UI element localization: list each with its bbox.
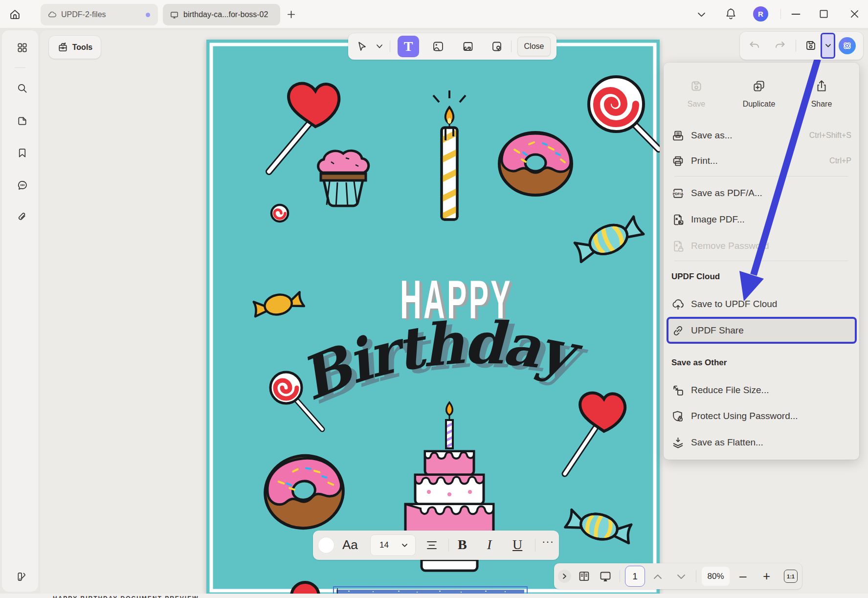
- font-style-button[interactable]: Aa: [342, 537, 358, 553]
- menu-item-label: Save as PDF/A...: [691, 188, 762, 199]
- save-dropdown-button[interactable]: [821, 33, 835, 59]
- tab-birthday-card[interactable]: birthday-ca...for-boss-02: [163, 4, 280, 25]
- grid-menu-icon[interactable]: [17, 42, 28, 53]
- align-icon[interactable]: [425, 539, 438, 551]
- attachment-icon[interactable]: [17, 211, 28, 222]
- cloud-icon: [47, 10, 57, 20]
- new-tab-icon[interactable]: [287, 10, 296, 19]
- menu-item-remove-password[interactable]: Remove Password: [671, 233, 851, 259]
- menu-share-button[interactable]: Share: [795, 79, 848, 109]
- menu-duplicate-label: Duplicate: [743, 100, 776, 109]
- page-navigation-bar: 1 80% – + 1:1: [554, 563, 802, 589]
- menu-item-save-to-updf-cloud[interactable]: Save to UPDF Cloud: [671, 291, 851, 317]
- menu-item-save-as[interactable]: Save as... Ctrl+Shift+S: [671, 123, 851, 148]
- shield-lock-icon: [671, 410, 685, 423]
- chevron-down-icon[interactable]: [697, 12, 706, 18]
- tab-bar: UPDF-2-files birthday-ca...for-boss-02 R: [0, 0, 868, 28]
- underline-button[interactable]: U: [512, 537, 522, 553]
- zoom-in-button[interactable]: +: [763, 569, 770, 584]
- more-options-button[interactable]: ···: [542, 535, 554, 548]
- reduce-file-size-icon: [671, 384, 685, 397]
- swatches-icon[interactable]: [17, 571, 28, 582]
- location-tool-icon[interactable]: [490, 40, 503, 53]
- cloud-upload-icon: [671, 298, 685, 311]
- menu-item-label: Save to UPDF Cloud: [691, 299, 777, 310]
- avatar-initial: R: [758, 10, 763, 18]
- divider: [535, 539, 535, 552]
- menu-item-reduce-file-size[interactable]: Reduce File Size...: [671, 377, 851, 403]
- redo-icon[interactable]: [774, 41, 786, 51]
- menu-item-image-pdf[interactable]: Image PDF...: [671, 207, 851, 232]
- actual-size-button[interactable]: 1:1: [784, 570, 798, 583]
- zoom-value: 80%: [707, 572, 724, 581]
- monitor-icon: [170, 10, 179, 20]
- font-size-chevron-icon: [401, 543, 408, 548]
- donut-illustration: [499, 133, 572, 195]
- close-window-icon[interactable]: [850, 9, 859, 19]
- divider: [696, 570, 696, 582]
- divider: [620, 570, 620, 582]
- divider: [15, 67, 25, 68]
- menu-item-label: Save as...: [691, 130, 733, 141]
- divider: [448, 539, 449, 552]
- close-label: Close: [524, 42, 544, 51]
- menu-save-button[interactable]: Save: [669, 79, 723, 109]
- save-toolbar: [740, 32, 863, 60]
- minimize-icon[interactable]: [791, 13, 801, 15]
- pdf-page[interactable]: HAPPY HAPPY Birthday Birthday: [206, 40, 660, 596]
- menu-item-print[interactable]: Print... Ctrl+P: [671, 148, 851, 174]
- menu-item-save-as-pdfa[interactable]: PDF/A Save as PDF/A...: [671, 180, 851, 206]
- menu-section-updf-cloud: UPDF Cloud: [671, 268, 720, 286]
- search-icon[interactable]: [17, 83, 28, 94]
- next-page-icon[interactable]: [677, 574, 686, 579]
- notification-bell-icon[interactable]: [725, 8, 736, 20]
- expand-button[interactable]: [558, 570, 571, 583]
- italic-button[interactable]: I: [487, 537, 491, 553]
- home-icon[interactable]: [9, 8, 21, 21]
- tools-button[interactable]: Tools: [49, 36, 101, 59]
- slideshow-icon[interactable]: [599, 570, 612, 582]
- print-icon: [671, 155, 685, 168]
- page-number-input[interactable]: 1: [625, 566, 645, 587]
- divider: [511, 41, 512, 52]
- image-pdf-icon: [671, 213, 685, 226]
- font-size-select[interactable]: 14: [370, 534, 416, 556]
- reading-mode-icon[interactable]: [578, 570, 590, 582]
- avatar[interactable]: R: [753, 6, 768, 22]
- text-tool-button[interactable]: T: [398, 36, 419, 57]
- zoom-out-button[interactable]: –: [739, 569, 746, 584]
- menu-duplicate-button[interactable]: Duplicate: [732, 79, 786, 109]
- pages-icon[interactable]: [17, 115, 28, 127]
- select-tool-icon[interactable]: [356, 41, 368, 52]
- select-tool-chevron-icon[interactable]: [376, 44, 383, 49]
- chevron-right-icon: [562, 573, 567, 579]
- updf-window: UPDF-2-files birthday-ca...for-boss-02 R…: [0, 0, 868, 598]
- zoom-level[interactable]: 80%: [702, 567, 730, 586]
- save-icon[interactable]: [804, 39, 818, 52]
- ai-assistant-button[interactable]: [839, 37, 856, 54]
- text-color-swatch[interactable]: [318, 537, 334, 554]
- image-tool-icon[interactable]: [432, 40, 445, 53]
- menu-separator: [674, 176, 848, 177]
- more-glyph: ···: [542, 535, 554, 548]
- page-number-value: 1: [632, 571, 638, 582]
- bold-button[interactable]: B: [458, 537, 467, 553]
- clipped-text: HAPPY BIRTHDAY DOCUMENT PREVIEW: [53, 595, 199, 598]
- bookmark-icon[interactable]: [17, 147, 28, 158]
- link-tool-icon[interactable]: [462, 40, 474, 53]
- comment-icon[interactable]: [17, 179, 28, 191]
- maximize-icon[interactable]: [819, 9, 828, 19]
- close-editor-button[interactable]: Close: [517, 37, 551, 56]
- tab-updf-files[interactable]: UPDF-2-files: [41, 4, 158, 25]
- undo-icon[interactable]: [749, 41, 760, 51]
- menu-share-label: Share: [811, 100, 832, 109]
- link-icon: [671, 324, 685, 337]
- divider: [796, 40, 796, 52]
- previous-page-icon[interactable]: [653, 574, 662, 579]
- bottom-clipped-strip: HAPPY BIRTHDAY DOCUMENT PREVIEW: [0, 594, 868, 598]
- menu-item-protect-password[interactable]: Protect Using Password...: [671, 403, 851, 429]
- section-label: UPDF Cloud: [671, 272, 720, 282]
- menu-item-updf-share[interactable]: UPDF Share: [671, 318, 851, 343]
- tab-label: birthday-ca...for-boss-02: [183, 10, 268, 19]
- menu-item-save-as-flatten[interactable]: Save as Flatten...: [671, 430, 851, 455]
